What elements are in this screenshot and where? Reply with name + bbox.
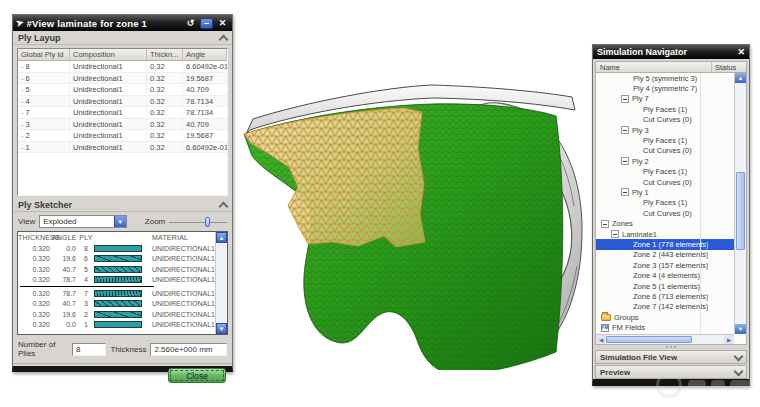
scroll-up-icon[interactable]: ▲	[735, 73, 746, 83]
tree-item-label: Zone 6 (713 elements)	[633, 292, 708, 301]
tree-item-zone-4-4-elements[interactable]: Zone 4 (4 elements)	[596, 270, 734, 280]
panel-splitter[interactable]	[593, 345, 749, 349]
tree-item-groups[interactable]: Groups	[596, 312, 734, 322]
slider-thumb[interactable]	[205, 217, 210, 227]
tree-item-label: Ply Faces (1)	[643, 105, 687, 114]
tree-item-label: Cut Curves (0)	[643, 146, 692, 155]
sketch-ply-row[interactable]: 0.32040.73UNIDIRECTIONAL1	[18, 299, 227, 310]
close-icon[interactable]: ✕	[737, 47, 745, 57]
tree-item-ply-1[interactable]: Ply 1	[596, 187, 734, 197]
close-button[interactable]: Close	[168, 368, 226, 383]
tree-item-zone-7-142-elements[interactable]: Zone 7 (142 elements)	[596, 302, 734, 312]
tree-item-zone-3-157-elements[interactable]: Zone 3 (157 elements)	[596, 260, 734, 270]
tree-item-zone-6-713-elements[interactable]: Zone 6 (713 elements)	[596, 291, 734, 301]
ply-layup-row[interactable]: 7Unidirectional10.3278.7134	[18, 107, 227, 119]
close-icon[interactable]: ✕	[216, 18, 229, 29]
ply-layup-row[interactable]: 6Unidirectional10.3219.5687	[18, 73, 227, 85]
tree-item-zones[interactable]: Zones	[596, 218, 734, 228]
navigator-column-header[interactable]: Name Status	[595, 61, 747, 73]
reset-icon[interactable]: ↺	[184, 18, 197, 29]
scrollbar-thumb[interactable]	[606, 336, 692, 343]
tree-item-zone-1-778-elements[interactable]: Zone 1 (778 elements)	[596, 239, 734, 249]
scroll-right-icon[interactable]: ▶	[724, 335, 734, 344]
num-plies-field[interactable]: 8	[72, 343, 106, 356]
tree-expander-icon[interactable]	[621, 95, 629, 103]
ply-layup-row[interactable]: 1Unidirectional10.326.60492e-015	[18, 142, 227, 154]
tree-expander-icon[interactable]	[601, 220, 609, 228]
ply-layup-row[interactable]: 3Unidirectional10.3240.709	[18, 119, 227, 131]
tree-item-fm-fields[interactable]: FMFM Fields	[596, 322, 734, 332]
scroll-up-icon[interactable]: ▲	[216, 232, 227, 243]
tree-expander-icon[interactable]	[621, 188, 629, 196]
col-status[interactable]: Status	[712, 62, 746, 72]
sketch-ply-row[interactable]: 0.32078.77UNIDIRECTIONAL1	[18, 288, 227, 299]
thickness-field[interactable]: 2.560e+000 mm	[150, 343, 227, 356]
tree-expander-icon[interactable]	[611, 230, 619, 238]
tree-item-zone-5-1-elements[interactable]: Zone 5 (1 elements)	[596, 281, 734, 291]
sketch-ply-row[interactable]: 0.32019.66UNIDIRECTIONAL1	[18, 254, 227, 265]
ply-layup-group-header[interactable]: Ply Layup	[13, 31, 232, 45]
tree-item-ply-faces-1[interactable]: Ply Faces (1)	[596, 104, 734, 114]
tree-item-cut-curves-0[interactable]: Cut Curves (0)	[596, 208, 734, 218]
sketch-ply-row[interactable]: 0.32019.62UNIDIRECTIONAL1	[18, 309, 227, 320]
tree-horizontal-scrollbar[interactable]: ◀ ▶	[596, 334, 734, 344]
tree-expander-icon[interactable]	[621, 157, 629, 165]
zoom-label: Zoom	[145, 217, 165, 226]
scroll-down-icon[interactable]: ▼	[216, 323, 227, 334]
tree-item-laminate1[interactable]: Laminate1	[596, 229, 734, 239]
ply-layup-row[interactable]: 2Unidirectional10.3219.5687	[18, 130, 227, 142]
section-preview[interactable]: Preview	[595, 365, 747, 379]
tree-item-cut-curves-0[interactable]: Cut Curves (0)	[596, 177, 734, 187]
sketch-scrollbar[interactable]: ▲ ▼	[215, 232, 227, 334]
sketch-ply-row[interactable]: 0.32078.74UNIDIRECTIONAL1	[18, 275, 227, 286]
ply-sketcher-group-header[interactable]: Ply Sketcher	[13, 198, 232, 212]
tree-vertical-scrollbar[interactable]: ▲ ▼	[734, 73, 746, 334]
tree-item-zone-2-443-elements[interactable]: Zone 2 (443 elements)	[596, 250, 734, 260]
tree-item-ply-2[interactable]: Ply 2	[596, 156, 734, 166]
ply-layup-table[interactable]: Global Ply Id Composition Thickn... Angl…	[17, 48, 228, 196]
collapse-chevron-icon[interactable]	[220, 201, 227, 208]
ply-layup-header-row[interactable]: Global Ply Id Composition Thickn... Angl…	[18, 49, 227, 61]
scroll-left-icon[interactable]: ◀	[596, 335, 606, 344]
sketch-ply-row[interactable]: 0.3200.08UNIDIRECTIONAL1	[18, 243, 227, 254]
tree-item-ply-4-symmetric-7[interactable]: Ply 4 (symmetric 7)	[596, 83, 734, 93]
expand-chevron-icon[interactable]	[735, 354, 742, 361]
tree-item-cut-curves-0[interactable]: Cut Curves (0)	[596, 115, 734, 125]
tree-item-ply-faces-1[interactable]: Ply Faces (1)	[596, 167, 734, 177]
expand-chevron-icon[interactable]	[735, 369, 742, 376]
scroll-down-icon[interactable]: ▼	[735, 324, 746, 334]
ply-layup-row[interactable]: 4Unidirectional10.3278.7134	[18, 96, 227, 108]
model-viewport[interactable]	[236, 56, 588, 370]
clip-minimize-icon[interactable]: –	[200, 18, 213, 29]
ply-sketcher-canvas[interactable]: THICKNESS ANGLE PLY MATERIAL 0.3200.08UN…	[17, 231, 228, 335]
ply-bar	[94, 300, 142, 307]
col-angle[interactable]: Angle	[183, 49, 227, 60]
scrollbar-thumb[interactable]	[736, 172, 745, 250]
tree-item-ply-5-symmetric-3[interactable]: Ply 5 (symmetric 3)	[596, 73, 734, 83]
tree-item-label: Zone 2 (443 elements)	[633, 250, 708, 259]
tree-expander-icon[interactable]	[621, 126, 629, 134]
folder-icon	[601, 314, 611, 321]
navigator-titlebar[interactable]: Simulation Navigator ✕	[593, 45, 749, 59]
dialog-titlebar[interactable]: ➤ #View laminate for zone 1 ↺ – ✕	[13, 15, 232, 31]
sketch-ply-row[interactable]: 0.32040.75UNIDIRECTIONAL1	[18, 264, 227, 275]
slider-track	[169, 222, 227, 223]
section-simulation-file-view[interactable]: Simulation File View	[595, 350, 747, 364]
tree-item-ply-faces-1[interactable]: Ply Faces (1)	[596, 135, 734, 145]
view-select[interactable]: Exploded ▼	[39, 215, 127, 228]
tree-item-ply-7[interactable]: Ply 7	[596, 94, 734, 104]
chevron-down-icon[interactable]: ▼	[114, 216, 126, 227]
ply-bar	[94, 266, 142, 273]
tree-item-cut-curves-0[interactable]: Cut Curves (0)	[596, 146, 734, 156]
tree-item-ply-faces-1[interactable]: Ply Faces (1)	[596, 198, 734, 208]
ply-layup-row[interactable]: 5Unidirectional10.3240.709	[18, 84, 227, 96]
collapse-chevron-icon[interactable]	[220, 34, 227, 41]
col-name[interactable]: Name	[596, 62, 712, 72]
sketch-ply-row[interactable]: 0.3200.01UNIDIRECTIONAL1	[18, 320, 227, 331]
col-thickness[interactable]: Thickn...	[147, 49, 183, 60]
ply-layup-row[interactable]: 8Unidirectional10.326.60492e-015	[18, 61, 227, 73]
tree-item-ply-3[interactable]: Ply 3	[596, 125, 734, 135]
col-composition[interactable]: Composition	[70, 49, 147, 60]
col-global-ply-id[interactable]: Global Ply Id	[18, 49, 70, 60]
zoom-slider[interactable]	[169, 216, 227, 228]
